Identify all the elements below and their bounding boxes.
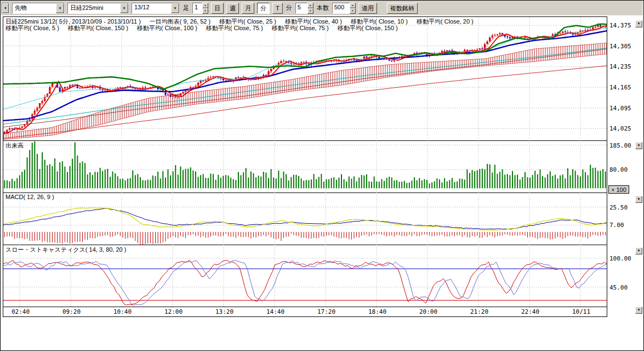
interval-spinner[interactable]: 1 ▲ ▼ (192, 3, 208, 14)
minutes-unit-label: 分 (286, 4, 293, 12)
percent-k (3, 261, 607, 305)
chevron-down-icon[interactable]: ▼ (120, 3, 128, 13)
price-axis-label: 14,095 (609, 105, 631, 112)
unit-button-minute[interactable]: 分 (257, 3, 270, 14)
price-panel[interactable]: 日経225mini 13/12( 5分, 2013/10/09 - 2013/1… (3, 17, 607, 140)
narrow-select[interactable]: ▼ (2, 3, 9, 14)
interval-value[interactable]: 1 (192, 3, 202, 14)
indicator-label: 移動平均( Close, 5 ) (5, 25, 59, 31)
spinner-down-icon[interactable]: ▼ (350, 8, 356, 14)
stochastics-panel[interactable]: スロー・ストキャスティクス( 14, 3, 80, 20 ) (3, 245, 607, 307)
time-axis-label: 13:20 (215, 308, 233, 315)
volume-axis-label: 80.00 (609, 166, 628, 173)
time-axis-label: 14:40 (266, 308, 284, 315)
instrument-type-value: 先物 (13, 3, 56, 13)
volume-multiplier-badge: × 100 (608, 185, 629, 194)
indicator-label: 移動平均( Close, 150 ) (338, 25, 398, 31)
time-axis-label: 10/11 (572, 308, 590, 315)
spinner-down-icon[interactable]: ▼ (307, 8, 314, 14)
unit-button-day[interactable]: 日 (211, 3, 224, 14)
time-axis: 02:4009:2010:4012:0013:2014:4017:2018:40… (3, 307, 607, 316)
main-toolbar: ▼ 先物 ▼ 日経225mini ▼ 13/12 ▼ 足 1 ▲ ▼ 日 週 月… (1, 1, 643, 15)
ma-150-red (3, 66, 607, 138)
axis-scroll-down-button[interactable]: ▼ (635, 196, 642, 203)
volume-panel[interactable]: 出来高 (3, 140, 607, 193)
unit-button-week[interactable]: 週 (226, 3, 239, 14)
price-axis-label: 14,025 (609, 125, 631, 132)
volume-label: 出来高 (5, 141, 24, 150)
bar-count-label: 本数 (316, 4, 329, 12)
chart-frame: 日経225mini 13/12( 5分, 2013/10/09 - 2013/1… (3, 16, 607, 317)
price-axis-label: 14,375 (609, 22, 631, 29)
macd-histogram (4, 232, 605, 245)
spinner-up-icon[interactable]: ▲ (202, 3, 208, 8)
time-axis-label: 21:20 (470, 308, 488, 315)
apply-button[interactable]: 適用 (358, 3, 377, 14)
axis-scroll-down-button[interactable]: ▼ (635, 20, 642, 27)
spinner-up-icon[interactable]: ▲ (350, 3, 356, 8)
spinner-up-icon[interactable]: ▲ (307, 3, 314, 8)
time-axis-label: 02:40 (12, 308, 30, 315)
time-axis-label: 12:00 (164, 308, 183, 315)
symbol-value: 日経225mini (68, 3, 120, 13)
time-axis-label: 22:40 (521, 308, 539, 315)
macd-axis-label: 7.00 (609, 222, 624, 229)
price-axis-label: 14,235 (609, 63, 631, 70)
percent-d (3, 261, 607, 305)
contract-month-select[interactable]: 13/12 ▼ (132, 3, 180, 14)
time-axis-label: 18:40 (368, 308, 386, 315)
unit-button-tick[interactable]: T (272, 3, 283, 14)
axis-scroll-down-button[interactable]: ▼ (635, 142, 642, 149)
indicator-label: 移動平均( Close, 75 ) (206, 25, 263, 31)
signal (3, 208, 607, 229)
stoch-axis-label: 45.00 (609, 284, 628, 291)
time-axis-label: 10:40 (113, 308, 132, 315)
contract-month-value: 13/12 (132, 3, 171, 13)
time-axis-label: 20:00 (419, 308, 437, 315)
axis-scroll-down-button[interactable]: ▼ (635, 307, 642, 314)
bar-count-spinner[interactable]: 500 ▲ ▼ (332, 3, 356, 14)
macd-axis-label: 25.50 (609, 204, 628, 211)
ma-25-cyan (3, 29, 607, 110)
minutes-spinner[interactable]: 5 ▲ ▼ (295, 3, 314, 14)
stoch-axis-label: 100.00 (609, 255, 631, 262)
macd-plot[interactable] (3, 193, 607, 245)
volume-bars (4, 141, 605, 189)
indicator-label: 移動平均( Close, 100 ) (137, 25, 197, 31)
multi-symbol-button[interactable]: 複数銘柄 (387, 3, 418, 14)
symbol-select[interactable]: 日経225mini ▼ (67, 3, 129, 14)
volume-axis-label: 185.00 (609, 142, 631, 149)
spinner-down-icon[interactable]: ▼ (202, 8, 208, 14)
stochastics-label: スロー・ストキャスティクス( 14, 3, 80, 20 ) (5, 246, 126, 254)
time-axis-label: 17:20 (317, 308, 335, 315)
chevron-down-icon[interactable]: ▼ (56, 3, 64, 13)
volume-plot[interactable] (3, 140, 607, 193)
bar-count-value[interactable]: 500 (332, 3, 350, 14)
time-axis-label: 09:20 (62, 308, 81, 315)
price-axis-label: 14,165 (609, 84, 631, 91)
chevron-down-icon[interactable]: ▼ (171, 3, 179, 13)
axis-scroll-down-button[interactable]: ▼ (635, 247, 642, 254)
macd-label: MACD( 12, 26, 9 ) (5, 194, 54, 200)
ma-40-blue (3, 31, 607, 121)
unit-button-month[interactable]: 月 (242, 3, 254, 14)
ichimoku-cloud (3, 43, 607, 139)
minutes-value[interactable]: 5 (295, 3, 307, 14)
bar-type-label: 足 (183, 4, 190, 12)
instrument-type-select[interactable]: 先物 ▼ (12, 3, 65, 14)
macd (3, 208, 607, 230)
indicator-label: 移動平均( Close, 75 ) (272, 25, 329, 31)
indicator-label: 移動平均( Close, 150 ) (68, 25, 128, 31)
indicator-header-line2: 移動平均( Close, 5 )移動平均( Close, 150 )移動平均( … (5, 24, 606, 32)
macd-panel[interactable]: MACD( 12, 26, 9 ) (3, 193, 607, 245)
price-plot[interactable] (3, 17, 607, 140)
chevron-down-icon[interactable]: ▼ (2, 3, 9, 13)
price-axis-label: 14,305 (609, 43, 631, 50)
trading-chart-app: ▼ 先物 ▼ 日経225mini ▼ 13/12 ▼ 足 1 ▲ ▼ 日 週 月… (0, 0, 644, 351)
